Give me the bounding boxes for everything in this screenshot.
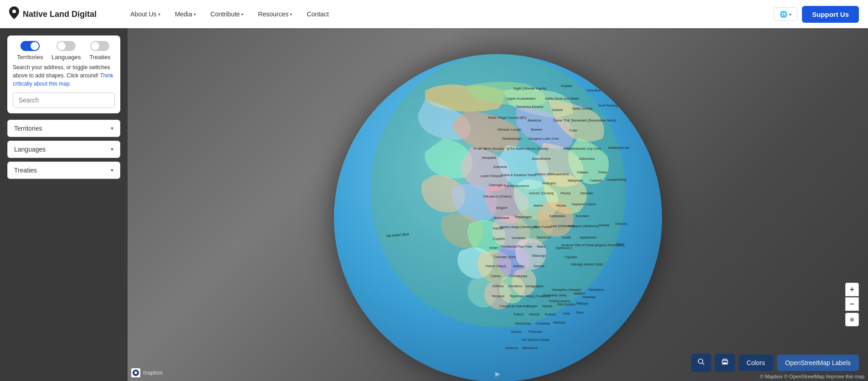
sidebar: Territories Languages Treaties Search yo… [0, 28, 128, 381]
svg-text:Kalaallit Nunaatl: Kalaallit Nunaatl [618, 100, 642, 103]
svg-text:Peoria: Peoria [560, 191, 571, 195]
svg-point-0 [12, 10, 16, 13]
support-us-button[interactable]: Support Us [802, 6, 859, 23]
svg-text:Tepehue: Tepehue [509, 294, 523, 298]
svg-text:Kukras: Kukras [545, 312, 556, 316]
svg-text:Chit-dee-ni (Chetco): Chit-dee-ni (Chetco) [483, 194, 511, 198]
header: Native Land Digital About Us ▾ Media ▾ C… [0, 0, 868, 28]
svg-text:Hesquiaht: Hesquiaht [482, 156, 496, 159]
nav-about-us[interactable]: About Us ▾ [124, 7, 167, 21]
logo-area: Native Land Digital [9, 6, 97, 22]
svg-text:Dena'ina Elnena: Dena'ina Elnena [516, 104, 543, 108]
svg-text:Umo'ho' (Omaha): Umo'ho' (Omaha) [529, 191, 554, 195]
map-area[interactable]: Siglit (Sireniti Yup'ik) Inupiat Inuvial… [128, 28, 868, 381]
mapbox-logo: mapbox [131, 368, 163, 377]
svg-text:Kirah i: Kirah i [489, 245, 499, 249]
main-nav: About Us ▾ Media ▾ Contribute ▾ Resource… [124, 7, 774, 21]
svg-text:Waco: Waco [537, 244, 545, 248]
svg-text:Salish & Kootenai Tribes: Salish & Kootenai Tribes [501, 173, 536, 176]
svg-text:Yamayeka (Yamaye): Yamayeka (Yamaye) [551, 288, 580, 291]
territories-toggle[interactable] [21, 41, 40, 51]
svg-text:Opelousa s: Opelousa s [555, 246, 572, 249]
treaties-toggle[interactable] [90, 41, 109, 51]
globe-icon: 🌐 [780, 10, 787, 18]
svg-text:Garzas: Garzas [533, 264, 544, 268]
svg-text:Itazipco (Mdewakanton): Itazipco (Mdewakanton) [534, 172, 568, 176]
globe-container: Siglit (Sireniti Yup'ik) Inupiat Inuvial… [334, 54, 662, 381]
location-pin-icon [9, 6, 19, 22]
svg-text:Sclaneew: Sclaneew [493, 165, 507, 168]
nav-contact[interactable]: Contact [300, 7, 335, 21]
svg-text:Assiniboine: Assiniboine [532, 156, 550, 160]
openstreet-labels-button[interactable]: OpenStreetMap Labels [777, 355, 859, 371]
svg-text:Jiwere: Jiwere [533, 203, 543, 207]
svg-text:Trió/Wu tanrino: Trió/Wu tanrino [549, 299, 570, 302]
search-input[interactable] [13, 92, 115, 108]
svg-text:Akaitcho: Akaitcho [527, 118, 541, 122]
svg-text:Autocosco: Autocosco [579, 156, 595, 160]
globe: Siglit (Sireniti Yup'ik) Inupiat Inuvial… [334, 54, 662, 381]
svg-text:Kalaallit: Kalaallit [610, 91, 622, 95]
nav-media[interactable]: Media ▾ [169, 7, 202, 21]
territories-label: Territories [17, 54, 43, 61]
languages-toggle[interactable] [56, 41, 76, 51]
svg-text:Pisamara: Pisamara [529, 330, 542, 333]
svg-text:Mit Nunavik: Mit Nunavik [628, 94, 645, 97]
treaties-filter[interactable]: Treaties ▾ [7, 162, 120, 179]
svg-text:Siglit (Sireniti Yup'ik): Siglit (Sireniti Yup'ik) [513, 86, 546, 90]
zoom-in-button[interactable]: + [845, 283, 859, 296]
svg-text:Ette Ennaka: Ette Ennaka [557, 302, 575, 305]
svg-text:Melchoras: Melchoras [515, 321, 531, 325]
svg-line-113 [702, 363, 704, 365]
svg-text:Cahita: Cahita [491, 274, 501, 278]
svg-text:Selkirk: Selkirk [551, 107, 563, 112]
nav-contribute[interactable]: Contribute ▾ [204, 7, 250, 21]
treaties-filter-chevron: ▾ [111, 167, 113, 173]
svg-text:Parlowene: Parlowene [588, 288, 603, 291]
search-box [13, 92, 115, 108]
svg-text:Mnicojou: Mnicojou [542, 181, 555, 185]
svg-text:Yoeme (Yaqui): Yoeme (Yaqui) [485, 264, 506, 268]
svg-text:Lenapehoking: Lenapehoking [606, 178, 627, 181]
zoom-controls: + − ⊕ [845, 283, 859, 326]
mapbox-logo-icon [131, 368, 140, 377]
svg-text:Taino: Taino [616, 242, 624, 246]
svg-text:Lower Chinook: Lower Chinook [480, 174, 502, 177]
svg-text:Seminole Tribe of Florida (Bri: Seminole Tribe of Florida (Brighton Rese… [561, 243, 624, 247]
contribute-chevron-icon: ▾ [241, 12, 243, 17]
mapbox-text: mapbox [143, 370, 163, 376]
svg-text:Guale: Guale [561, 235, 570, 239]
zoom-out-button[interactable]: − [845, 297, 859, 311]
svg-text:Gitxsan Laxÿip: Gitxsan Laxÿip [497, 127, 521, 131]
media-chevron-icon: ▾ [194, 12, 196, 17]
languages-filter[interactable]: Languages ▾ [7, 141, 120, 158]
svg-text:Wahpeton: Wahpeton [568, 178, 583, 182]
territories-toggle-knob [31, 42, 39, 50]
svg-text:Shigom: Shigom [496, 205, 507, 209]
territories-filter[interactable]: Territories ▾ [7, 120, 120, 137]
svg-text:Mopan: Mopan [527, 304, 537, 308]
svg-text:Jumanos: Jumanos [511, 235, 525, 239]
treaties-toggle-knob [91, 42, 99, 50]
svg-text:Chicora: Chicora [615, 221, 627, 225]
svg-text:Odawa: Odawa [577, 170, 588, 174]
svg-text:Cuaretua: Cuaretua [535, 321, 550, 325]
svg-text:Mascogo: Mascogo [532, 253, 545, 257]
svg-text:Cometunas: Cometunas [509, 274, 527, 278]
svg-text:Marinahua: Marinahua [522, 346, 537, 349]
language-selector[interactable]: 🌐 ▾ [774, 7, 797, 21]
svg-text:Julimes: Julimes [513, 264, 524, 268]
svg-text:Peoria: Peoria [556, 203, 566, 207]
reset-north-button[interactable]: ⊕ [845, 313, 859, 326]
colors-button[interactable]: Colors [739, 355, 773, 371]
print-button[interactable] [715, 354, 735, 372]
nav-resources[interactable]: Resources ▾ [252, 7, 298, 21]
svg-text:Denendeh (Dénesùliné Néné): Denendeh (Dénesùliné Néné) [571, 118, 616, 122]
svg-text:Saraguayes: Saraguayes [525, 284, 543, 288]
magnify-button[interactable] [691, 354, 711, 372]
svg-text:Beaver: Beaver [531, 127, 543, 131]
svg-text:Siksikaitsitapi: Siksikaitsitapi [502, 137, 521, 140]
svg-text:Nahua: Nahua [542, 304, 552, 308]
svg-text:Timpanogos: Timpanogos [514, 215, 532, 218]
svg-text:Amboca: Amboca [505, 345, 518, 350]
